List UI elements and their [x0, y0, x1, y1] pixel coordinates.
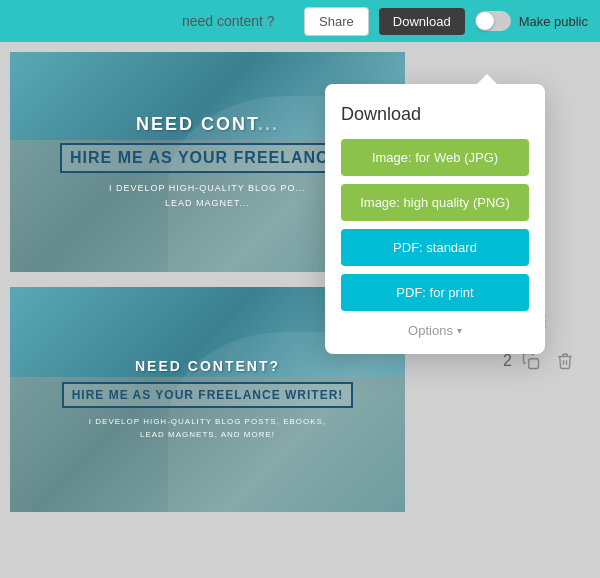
options-label: Options	[408, 323, 453, 338]
svg-rect-0	[529, 359, 539, 369]
download-pdf-print-button[interactable]: PDF: for print	[341, 274, 529, 311]
page-number: 2	[503, 352, 512, 370]
slide-1-text: NEED CONT... HIRE ME AS YOUR FREELANC...…	[60, 114, 355, 210]
options-link[interactable]: Options ▾	[341, 323, 529, 338]
slide-1-hire-me: HIRE ME AS YOUR FREELANC...	[60, 143, 355, 173]
delete-button[interactable]	[550, 346, 580, 376]
download-pdf-standard-button[interactable]: PDF: standard	[341, 229, 529, 266]
slide-2-text: NEED CONTENT? HIRE ME AS YOUR FREELANCE …	[62, 358, 354, 442]
dropdown-title: Download	[341, 104, 529, 125]
download-jpg-button[interactable]: Image: for Web (JPG)	[341, 139, 529, 176]
slide-2-develop: I DEVELOP HIGH-QUALITY BLOG POSTS, EBOOK…	[62, 416, 354, 442]
slide-1-need-content: NEED CONT...	[60, 114, 355, 135]
toggle-container: Make public	[475, 11, 588, 31]
toggle-knob	[476, 12, 494, 30]
share-button[interactable]: Share	[304, 7, 369, 36]
toolbar: need content ? Share Download Make publi…	[0, 0, 600, 42]
need-content-label: need content ?	[182, 13, 275, 29]
download-png-button[interactable]: Image: high quality (PNG)	[341, 184, 529, 221]
slide-1-develop: I DEVELOP HIGH-QUALITY BLOG PO...LEAD MA…	[60, 181, 355, 210]
options-chevron-icon: ▾	[457, 325, 462, 336]
canvas-area: NEED CONT... HIRE ME AS YOUR FREELANC...…	[0, 42, 600, 578]
download-button[interactable]: Download	[379, 8, 465, 35]
make-public-toggle[interactable]	[475, 11, 511, 31]
make-public-label: Make public	[519, 14, 588, 29]
download-dropdown: Download Image: for Web (JPG) Image: hig…	[325, 84, 545, 354]
slide-2-need-content: NEED CONTENT?	[62, 358, 354, 374]
slide-2-hire-me: HIRE ME AS YOUR FREELANCE WRITER!	[62, 382, 354, 408]
